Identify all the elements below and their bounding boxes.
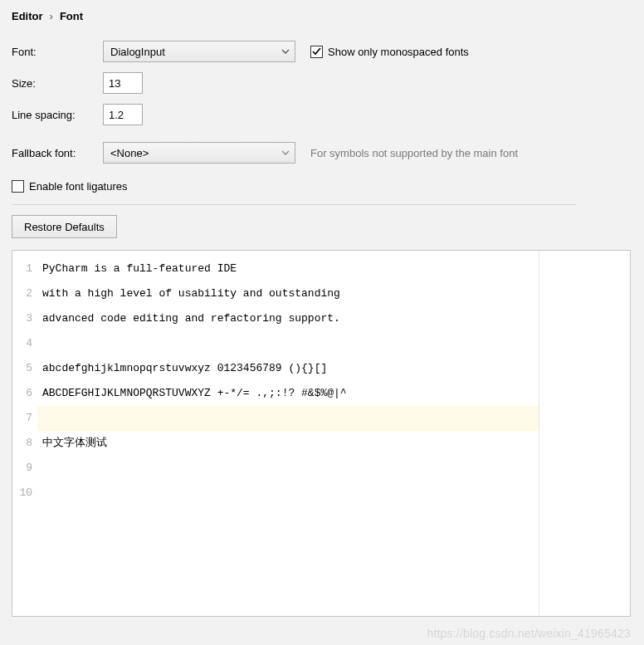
code-line <box>37 481 539 506</box>
editor-content: PyCharm is a full-featured IDEwith a hig… <box>37 251 539 616</box>
line-number: 4 <box>12 331 37 356</box>
code-line: 中文字体测试 <box>37 431 539 456</box>
show-monospaced-checkbox[interactable]: Show only monospaced fonts <box>310 46 469 58</box>
code-line: ABCDEFGHIJKLMNOPQRSTUVWXYZ +-*/= .,;:!? … <box>37 381 539 406</box>
fallback-font-label: Fallback font: <box>12 147 103 159</box>
line-spacing-input[interactable] <box>103 104 143 125</box>
checkbox-icon <box>310 46 323 58</box>
line-number: 6 <box>12 381 37 406</box>
chevron-down-icon <box>281 49 290 54</box>
code-line <box>37 456 539 481</box>
font-label: Font: <box>12 46 103 58</box>
size-input[interactable] <box>103 72 143 94</box>
size-label: Size: <box>12 77 103 90</box>
line-number: 5 <box>12 356 37 381</box>
editor-right-margin <box>539 251 630 616</box>
fallback-font-value: <None> <box>110 147 149 159</box>
line-number: 1 <box>12 257 37 281</box>
fallback-font-select[interactable]: <None> <box>103 142 295 164</box>
code-line: advanced code editing and refactoring su… <box>37 306 539 331</box>
watermark-text: https://blog.csdn.net/weixin_41965423 <box>427 627 631 640</box>
breadcrumb-parent[interactable]: Editor <box>12 10 43 22</box>
breadcrumb-separator: › <box>50 10 53 22</box>
line-number: 3 <box>12 306 37 331</box>
code-line <box>37 406 539 431</box>
font-select[interactable]: DialogInput <box>103 41 295 62</box>
code-line: PyCharm is a full-featured IDE <box>37 257 539 281</box>
font-preview-editor[interactable]: 12345678910 PyCharm is a full-featured I… <box>12 250 631 617</box>
line-number: 9 <box>12 456 37 481</box>
line-number: 8 <box>12 431 37 456</box>
fallback-hint: For symbols not supported by the main fo… <box>310 147 518 159</box>
divider <box>12 204 576 205</box>
line-number: 7 <box>12 406 37 431</box>
editor-gutter: 12345678910 <box>12 251 37 616</box>
enable-ligatures-label: Enable font ligatures <box>29 180 128 193</box>
code-line: with a high level of usability and outst… <box>37 281 539 306</box>
show-monospaced-label: Show only monospaced fonts <box>328 46 469 58</box>
checkbox-icon <box>12 180 24 193</box>
breadcrumb: Editor › Font <box>12 10 632 22</box>
code-line: abcdefghijklmnopqrstuvwxyz 0123456789 ()… <box>37 356 539 381</box>
chevron-down-icon <box>281 150 290 155</box>
enable-ligatures-checkbox[interactable]: Enable font ligatures <box>12 180 128 193</box>
code-line <box>37 331 539 356</box>
line-number: 2 <box>12 281 37 306</box>
restore-defaults-button[interactable]: Restore Defaults <box>12 215 117 238</box>
breadcrumb-current: Font <box>60 10 83 22</box>
font-select-value: DialogInput <box>110 46 165 58</box>
line-spacing-label: Line spacing: <box>12 109 103 121</box>
line-number: 10 <box>12 481 37 506</box>
